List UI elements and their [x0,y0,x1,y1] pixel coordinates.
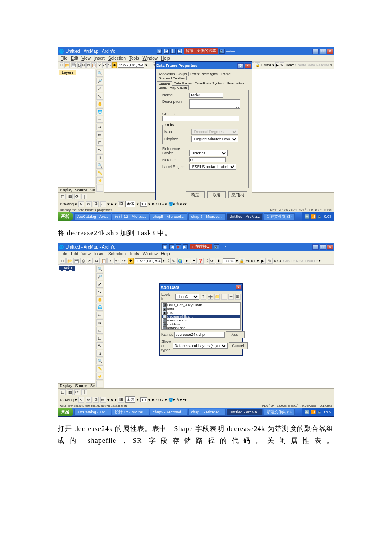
add-name-input[interactable] [174,332,225,338]
task-arccatalog-2[interactable]: ArcCatalog - Arc... [74,409,111,416]
task-arcmap-2[interactable]: Untitled - ArcMa... [227,409,263,416]
edit-icon-2[interactable]: ✎ [170,258,176,264]
media-seek-2[interactable]: —•— [221,245,230,249]
copy-icon-2[interactable]: ⧉ [94,258,100,264]
underline-button-2[interactable]: U [158,398,161,402]
measure-icon-2[interactable]: 📏 [96,365,103,372]
close-button-2[interactable]: × [327,244,333,250]
menu-selection-2[interactable]: Selection [108,251,126,256]
font-select-2[interactable]: 宋体 [125,396,135,403]
identify-icon[interactable]: ℹ [96,154,103,161]
draw-group-icon[interactable]: ⧉ [93,201,99,207]
delete-icon[interactable]: × [98,62,101,68]
find-icon-2[interactable]: 🔍 [96,358,103,364]
dfp-ok-button[interactable]: 确定 [186,191,205,198]
lock-icon[interactable]: 🔒 [255,62,260,68]
map-canvas[interactable]: Data Frame Properties ? × Annotation Gro… [104,69,334,193]
list-view-icon[interactable]: ≣ [221,294,227,300]
prev-icon[interactable]: |◀ [164,49,169,54]
volume-icon-2[interactable]: 🔈 [214,244,219,249]
system-tray[interactable]: 🔤 📶 🔈 0:08 [302,212,334,221]
task-chap3-2[interactable]: chap 3 - Microso... [188,409,226,416]
menu-edit-2[interactable]: Edit [71,251,78,256]
font-size-select-2[interactable]: 10 [140,397,147,402]
details-view-icon[interactable]: ☰ [228,294,234,300]
media-seek[interactable]: —•— [226,49,235,53]
open-icon[interactable]: 📂 [64,62,70,68]
paste-icon-2[interactable]: 📋 [101,258,107,264]
tab-grids[interactable]: Grids [157,85,168,90]
add-lookin-select[interactable]: chap3 [175,294,199,300]
draw-ptr-icon[interactable]: ↖ [78,201,84,207]
dfp-refscale-select[interactable]: <None> [189,150,228,156]
play-icon-2[interactable]: ▶ [176,244,181,249]
tray-vol-icon-2[interactable]: 🔈 [317,410,322,414]
print-icon-2[interactable]: ⎙ [80,258,86,264]
clear-sel-icon[interactable]: ▢ [96,139,103,146]
draw-group-icon-2[interactable]: ⧉ [93,397,99,403]
zoomin-icon-2[interactable]: 🔍 [96,266,103,272]
marker-color-icon-2[interactable]: •▾ [183,398,187,402]
draw-rotate-icon[interactable]: ↻ [86,201,92,207]
thumbs-view-icon[interactable]: ▦ [235,294,241,300]
draw-text-icon-2[interactable]: 囧 [118,397,124,403]
next-icon-2[interactable]: ▶| [183,244,188,249]
clear-sel-icon-2[interactable]: ▢ [96,335,103,341]
toc-tab-display[interactable]: Display [58,188,74,193]
ed-ptr-icon[interactable]: ▶ [275,62,279,68]
tray-lang-icon[interactable]: 🔤 [305,214,309,219]
select-elem-icon[interactable]: ↖ [96,147,103,153]
task-chap5[interactable]: chap5 - Microsof... [150,213,187,220]
tab-map-cache[interactable]: Map Cache [168,85,189,90]
start-button[interactable]: 开始 [58,212,73,221]
identify-icon-2[interactable]: ℹ [96,350,103,357]
pause2-icon[interactable]: ∥ [81,194,87,199]
refresh2-icon[interactable]: ⟳ [74,194,80,199]
tab-extent-rectangles[interactable]: Extent Rectangles [188,72,219,76]
add-cancel-button[interactable]: Cancel [229,342,248,349]
back-icon-2[interactable]: ⇦ [96,312,103,318]
draw-ptr-icon-2[interactable]: ↖ [78,397,84,403]
connect-folder-icon[interactable]: ➕ [208,294,213,300]
pan-icon[interactable]: ✋ [96,101,103,107]
add-type-select[interactable]: Datasets and Layers (*.lyr) [173,343,228,349]
close-button[interactable]: × [327,49,333,54]
scale-box-2[interactable]: 1:722,101,794 [135,258,162,263]
tray-vol-icon[interactable]: 🔈 [317,214,322,219]
draw-rect-icon-2[interactable]: ▭ [100,397,106,403]
ed-pen-icon-2[interactable]: ✎ [267,258,273,264]
font-color-icon-2[interactable]: A▾ [162,398,167,402]
refresh3-icon[interactable]: ⟳ [74,389,80,395]
task-folder-2[interactable]: 新建文件夹 (3) [264,409,295,416]
editor-dropdown-2[interactable]: Editor ▾ [246,259,259,263]
data-view-icon[interactable]: ◫ [60,194,66,199]
stop-icon-2[interactable]: ◉ [162,244,167,249]
select-elem-icon-2[interactable]: ↖ [96,342,103,349]
fixed-zoomin-icon[interactable]: ⤢ [96,85,103,92]
draw-text-icon[interactable]: 囧 [118,201,124,207]
save-icon[interactable]: 💾 [71,62,76,68]
fill-color-icon[interactable]: 🪣▾ [168,202,175,206]
drawing-label-2[interactable]: Drawing ▾ [60,398,77,402]
cut-icon-2[interactable]: ✂ [87,258,93,264]
prev-icon-2[interactable]: |◀ [169,244,174,249]
font-color-icon[interactable]: A▾ [162,202,167,206]
task-chap3[interactable]: chap 3 - Microso... [188,213,226,220]
italic-button-2[interactable]: I [156,398,157,402]
dfp-close-button[interactable]: × [245,63,251,69]
menu-tools-2[interactable]: Tools [129,251,139,256]
italic-button[interactable]: I [156,202,157,206]
zoom-box-2[interactable]: 100% [223,258,235,263]
minimize-button-2[interactable]: _ [312,244,319,250]
font-size-select[interactable]: 10 [140,202,147,207]
marker-color-icon[interactable]: •▾ [183,202,187,206]
save-icon-2[interactable]: 💾 [73,258,79,264]
print-icon[interactable]: ⎙ [77,62,81,68]
up-folder-icon[interactable]: ↥ [201,294,206,300]
data-view-icon-2[interactable]: ◫ [60,389,66,395]
stop-icon[interactable]: ◉ [157,49,162,54]
dfp-rotation-input[interactable] [189,157,226,162]
flag-icon-2[interactable]: ⚑ [191,258,197,264]
system-tray-2[interactable]: 🔤 📶 🔈 0:09 [302,408,334,416]
add-file-list[interactable]: ▩BMR_Geo_Ju2y3.mdb ▣land ▣nhd ∿decrease2… [161,302,241,330]
